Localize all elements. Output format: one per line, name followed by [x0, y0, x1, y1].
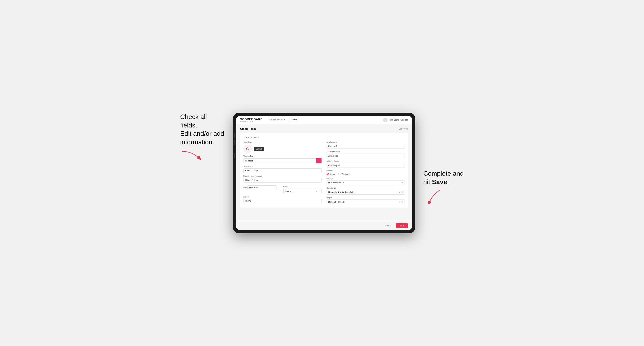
side-button-1 — [234, 133, 235, 138]
conference-label: Conference — [326, 187, 405, 189]
color-field-row — [244, 158, 322, 164]
athletic-director-field: Athletic Director — [326, 160, 405, 168]
gender-womens-label[interactable]: Womens — [338, 173, 350, 175]
region-clear-icon[interactable]: ✕ — [398, 201, 400, 203]
gender-mens-label[interactable]: Mens — [326, 173, 335, 175]
cancel-button[interactable]: Cancel — [383, 223, 394, 228]
nav-links: TOURNAMENTS TEAMS — [269, 118, 377, 122]
form-card: TEAM DETAILS Team logo C — [240, 133, 408, 208]
page-title: Create Team — [240, 127, 256, 130]
gender-womens-radio[interactable] — [338, 173, 340, 175]
main-content: Create Team Cancel ✕ TEAM DETAILS Team — [236, 124, 412, 221]
state-value: New York — [285, 190, 314, 193]
head-coach-field: Head Coach — [326, 141, 405, 149]
side-button-3 — [234, 153, 235, 158]
city-label: City — [244, 187, 247, 189]
assistant-coach-input[interactable] — [326, 154, 405, 158]
head-coach-label: Head Coach — [326, 141, 405, 143]
navbar: SCOREBOARD Powered by clippd TOURNAMENTS… — [236, 116, 412, 124]
gender-field: Gender Mens Womens — [326, 170, 405, 175]
athletic-director-input[interactable] — [326, 163, 405, 168]
side-button-2 — [234, 140, 235, 145]
page-header: Create Team Cancel ✕ — [240, 127, 408, 130]
division-field: Division NCAA Division III ▼ — [326, 177, 405, 185]
state-label: State — [284, 186, 288, 188]
assistant-coach-field: Assistant Coach — [326, 151, 405, 158]
region-field: Region Region II - (M) DIII ✕ ▲▼ — [326, 197, 405, 204]
conference-clear-icon[interactable]: ✕ — [398, 191, 400, 193]
display-name-field: Display name (unique) — [244, 175, 322, 182]
section-label: TEAM DETAILS — [244, 136, 405, 138]
city-state-row: City State New York ✕ ▲▼ — [244, 184, 322, 194]
conference-arrows-icon: ▲▼ — [401, 191, 403, 194]
annotation-left-text: Check all fields. Edit and/or add inform… — [180, 113, 225, 146]
left-arrow — [180, 149, 225, 162]
head-coach-input[interactable] — [326, 144, 405, 149]
annotation-left: Check all fields. Edit and/or add inform… — [180, 113, 225, 162]
nav-tournaments[interactable]: TOURNAMENTS — [269, 118, 286, 122]
city-col: City — [244, 184, 282, 194]
color-swatch[interactable] — [316, 158, 322, 164]
left-col: Team logo C Upload Team colo — [244, 141, 322, 204]
assistant-coach-label: Assistant Coach — [326, 151, 405, 153]
gender-mens-radio[interactable] — [326, 173, 329, 175]
region-label: Region — [326, 197, 405, 199]
division-select-wrapper: NCAA Division III ▼ — [326, 180, 405, 185]
team-name-field: Team name — [244, 166, 322, 173]
nav-teams[interactable]: TEAMS — [290, 118, 297, 122]
color-input[interactable] — [244, 159, 316, 163]
tablet-frame: SCOREBOARD Powered by clippd TOURNAMENTS… — [233, 113, 415, 233]
nav-right: Test User | Sign out — [383, 118, 408, 122]
cancel-x-icon: ✕ — [406, 128, 408, 130]
save-button[interactable]: Save — [396, 223, 408, 228]
team-colour-label: Team colour — [244, 155, 322, 157]
zip-field: Zip code — [244, 196, 322, 203]
division-label: Division — [326, 177, 405, 179]
team-name-input[interactable] — [244, 168, 322, 173]
brand-title: SCOREBOARD — [240, 118, 263, 121]
region-arrows-icon: ▲▼ — [401, 200, 403, 203]
conference-field: Conference University Athletic Associati… — [326, 187, 405, 195]
user-name: Test User | — [389, 119, 399, 121]
tablet-screen: SCOREBOARD Powered by clippd TOURNAMENTS… — [236, 116, 412, 230]
state-col: State New York ✕ ▲▼ — [284, 184, 322, 194]
sign-out-link[interactable]: Sign out — [400, 119, 408, 121]
gender-label: Gender — [326, 170, 405, 172]
gender-row: Mens Womens — [326, 173, 405, 175]
display-name-input[interactable] — [244, 178, 322, 182]
brand-sub: Powered by clippd — [240, 121, 263, 122]
athletic-director-label: Athletic Director — [326, 160, 405, 162]
right-arrow — [424, 188, 448, 204]
team-colour-field: Team colour — [244, 155, 322, 164]
team-name-label: Team name — [244, 166, 322, 168]
team-logo-field: Team logo C Upload — [244, 141, 322, 153]
region-value: Region II - (M) DIII — [328, 201, 397, 203]
state-clear-icon[interactable]: ✕ — [316, 190, 317, 193]
conference-select[interactable]: University Athletic Association ✕ ▲▼ — [326, 190, 405, 195]
annotation-right-text: Complete and hit Save. — [424, 169, 464, 186]
logo-circle: C — [244, 145, 252, 153]
upload-button[interactable]: Upload — [254, 147, 264, 151]
city-input[interactable] — [247, 185, 277, 190]
display-name-label: Display name (unique) — [244, 175, 322, 177]
team-logo-label: Team logo — [244, 141, 322, 143]
logo-preview-row: C Upload — [244, 145, 322, 153]
right-col: Head Coach Assistant Coach Athletic Dire… — [326, 141, 405, 204]
form-footer: Cancel Save — [236, 221, 412, 230]
conference-value: University Athletic Association — [328, 191, 397, 193]
state-arrows-icon: ▲▼ — [318, 190, 320, 193]
zip-label: Zip code — [244, 196, 322, 198]
user-avatar — [383, 118, 388, 122]
form-grid: Team logo C Upload Team colo — [244, 141, 405, 204]
zip-input[interactable] — [244, 199, 322, 203]
state-select[interactable]: New York ✕ ▲▼ — [284, 189, 322, 194]
annotation-right: Complete and hit Save. — [424, 113, 464, 204]
city-state-field: City State New York ✕ ▲▼ — [244, 184, 322, 194]
brand: SCOREBOARD Powered by clippd — [240, 118, 263, 122]
region-select[interactable]: Region II - (M) DIII ✕ ▲▼ — [326, 199, 405, 204]
cancel-top[interactable]: Cancel ✕ — [399, 128, 408, 130]
division-select[interactable]: NCAA Division III — [326, 180, 405, 185]
